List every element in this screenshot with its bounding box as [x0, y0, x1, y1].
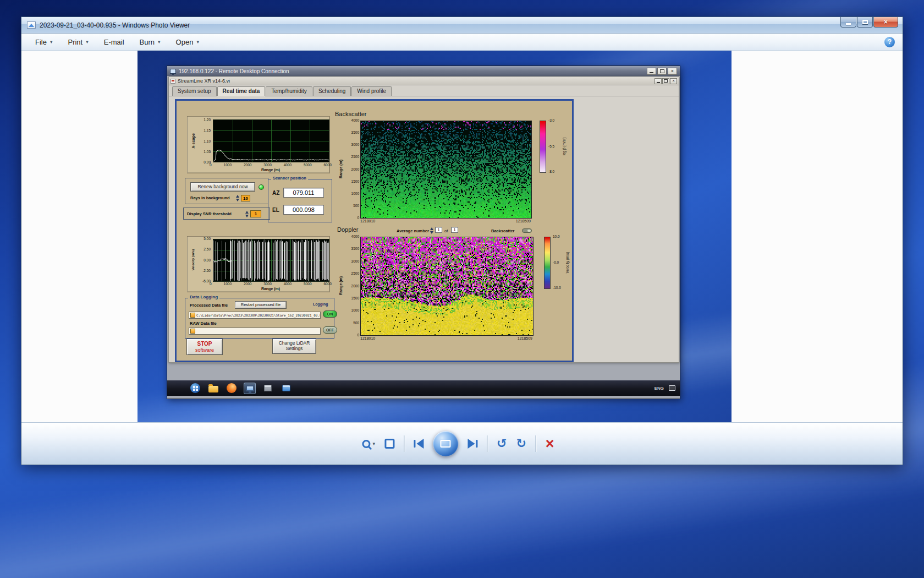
tick-label: 1218509 — [516, 219, 531, 223]
photo-viewer-content: 192.168.0.122 - Remote Desktop Connectio… — [21, 51, 903, 422]
rdp-window: 192.168.0.122 - Remote Desktop Connectio… — [167, 66, 680, 399]
tick-label: 4000 — [351, 118, 359, 122]
average-spinner-arrows[interactable] — [430, 227, 434, 234]
rdp-computer-icon — [170, 69, 176, 74]
background-controls-box: Renew background now Rays in background … — [185, 178, 268, 204]
zoom-button[interactable]: ▾ — [362, 440, 375, 448]
rays-spinner-arrows[interactable] — [236, 195, 240, 201]
tray-notification-icon[interactable] — [669, 385, 675, 391]
tick-label: 500 — [353, 204, 359, 208]
rays-in-background-value[interactable]: 10 — [241, 195, 250, 201]
maximize-icon — [664, 79, 668, 83]
menu-bar: File▾ Print▾ E-mail Burn▾ Open▾ ? — [21, 34, 903, 51]
help-icon[interactable]: ? — [884, 37, 895, 47]
taskbar-tray: ENG — [654, 385, 675, 391]
colorbar-tick: -3.0 — [548, 118, 554, 122]
processed-data-path-field[interactable]: C:\Lidar\Data\Proc\2023\202309\20230921\… — [189, 312, 321, 319]
rotate-clockwise-button[interactable]: ↻ — [516, 438, 526, 450]
photo-viewer-toolbar: ▾ ↺ ↻ × — [21, 422, 903, 465]
doppler-colorbar — [544, 237, 551, 289]
menu-email[interactable]: E-mail — [97, 35, 131, 49]
logging-label: Logging — [313, 302, 328, 306]
velocity-graph: Velocity (m/s) 5.00 2.50 0.00 -2.50 -5.0… — [187, 236, 330, 292]
close-button[interactable]: × — [873, 17, 898, 28]
menu-print[interactable]: Print▾ — [61, 35, 95, 49]
rotate-counterclockwise-button[interactable]: ↺ — [497, 438, 507, 450]
delete-button[interactable]: × — [546, 437, 554, 451]
processed-data-path: C:\Lidar\Data\Proc\2023\202309\20230921\… — [196, 313, 321, 317]
raw-data-path-field[interactable] — [189, 328, 321, 335]
rdp-caption-buttons: × — [647, 68, 677, 75]
menu-burn[interactable]: Burn▾ — [133, 35, 168, 49]
doppler-x-ticks: 1218010 1218509 — [360, 336, 532, 340]
ascope-graph: A-scope 1.20 1.15 1.10 1.05 0.99 — [187, 116, 330, 173]
rdp-minimize-button — [647, 68, 656, 75]
photo-viewer-titlebar[interactable]: 2023-09-21_03-40-00.935 - Windows Photo … — [21, 17, 903, 34]
tick-label: 2.50 — [204, 247, 211, 251]
chevron-down-icon: ▾ — [50, 39, 53, 45]
processed-data-file-label: Processed Data file — [190, 303, 228, 308]
actual-size-button[interactable] — [384, 439, 394, 449]
taskbar-firefox-icon[interactable] — [226, 383, 238, 394]
az-value: 079.011 — [283, 188, 324, 198]
previous-button[interactable] — [414, 439, 424, 449]
remote-taskbar: ENG — [167, 380, 680, 396]
minimize-button[interactable] — [840, 17, 856, 28]
magnifier-icon — [362, 440, 370, 448]
doppler-y-axis-label: Range (m) — [339, 276, 343, 295]
taskbar-active-app-icon[interactable] — [244, 383, 256, 394]
chevron-down-icon: ▾ — [196, 39, 199, 45]
taskbar-window-icon[interactable] — [280, 383, 292, 394]
taskbar-folder-icon[interactable] — [207, 383, 219, 394]
tick-label: 2000 — [351, 284, 359, 288]
scanner-position-group: Scanner position AZ 079.011 EL 000.098 — [268, 179, 332, 222]
language-indicator[interactable]: ENG — [654, 386, 664, 391]
sl-close-button: × — [670, 78, 677, 84]
tick-label: 2000 — [244, 163, 251, 167]
velocity-y-axis-label: Velocity (m/s) — [191, 249, 195, 271]
folder-icon[interactable] — [190, 329, 195, 334]
tick-label: 1218509 — [518, 336, 532, 340]
average-count-value[interactable]: 1 — [451, 227, 458, 233]
window-caption-buttons: × — [840, 17, 898, 28]
snr-threshold-value[interactable]: 1 — [250, 210, 261, 217]
snr-threshold-label: Display SNR threshold — [187, 211, 232, 216]
slideshow-button[interactable] — [433, 431, 458, 456]
streamline-title: StreamLine XR v14-6.vi — [178, 78, 230, 84]
renew-background-button[interactable]: Renew background now — [190, 182, 255, 192]
stop-line1: STOP — [197, 341, 212, 347]
backscatter-x-ticks: 1218010 1218509 — [360, 219, 531, 223]
folder-icon[interactable] — [190, 313, 195, 318]
doppler-heatmap-canvas — [360, 237, 534, 336]
minimize-icon — [657, 82, 660, 83]
tab-strip: System setup Real time data Temp/humidit… — [169, 85, 679, 96]
backscatter-display-toggle[interactable] — [522, 228, 532, 233]
next-button[interactable] — [468, 439, 477, 449]
raw-data-file-label: RAW Data file — [190, 321, 217, 326]
processed-logging-toggle[interactable]: ON — [323, 310, 337, 318]
tick-label: 3500 — [351, 247, 359, 250]
backscatter-toggle-label: Backscatter — [491, 228, 515, 233]
taskbar-app-grid-icon[interactable] — [262, 383, 274, 394]
restart-processed-file-button[interactable]: Restart processed file — [235, 301, 287, 309]
maximize-button[interactable] — [857, 17, 873, 28]
next-icon — [476, 440, 477, 448]
taskbar-start-icon[interactable] — [189, 383, 201, 394]
tick-label: 5.00 — [204, 237, 211, 241]
tick-label: 5000 — [304, 282, 311, 286]
stop-software-button[interactable]: STOP software — [186, 339, 223, 355]
rays-in-background-label: Rays in background — [190, 195, 230, 200]
raw-logging-toggle[interactable]: OFF — [323, 326, 337, 334]
rdp-close-button: × — [668, 68, 677, 75]
tick-label: 2000 — [244, 282, 251, 286]
backscatter-colorbar-label: log β (m/sr) — [562, 138, 566, 156]
el-value: 000.098 — [283, 205, 324, 215]
menu-open[interactable]: Open▾ — [169, 35, 206, 49]
snr-spinner-arrows[interactable] — [245, 211, 249, 217]
average-number-value[interactable]: 1 — [435, 227, 442, 233]
menu-file[interactable]: File▾ — [28, 35, 59, 49]
change-lidar-settings-button[interactable]: Change LiDAR Settings — [272, 339, 316, 354]
photo-viewer-app-icon — [27, 21, 36, 29]
next-arrow-icon — [468, 439, 475, 449]
tick-label: 3000 — [351, 259, 359, 263]
